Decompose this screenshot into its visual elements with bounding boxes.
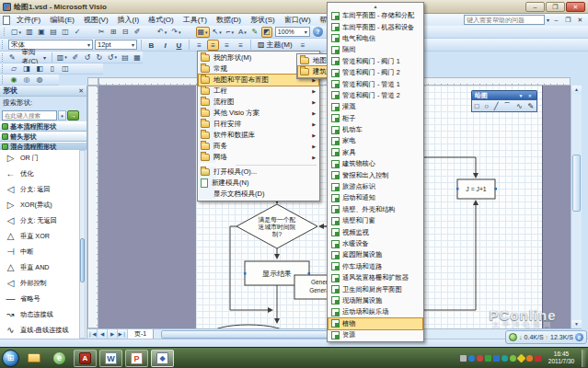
next-page-button[interactable]: ▶	[108, 329, 118, 339]
toolbar-button[interactable]: ↷	[169, 27, 182, 38]
toolbar-button[interactable]: A	[236, 27, 248, 38]
drawing-tool-icon[interactable]: ∿	[516, 102, 523, 110]
stencil-menu-item[interactable]: 管道和阀门 - 阀门 1	[329, 56, 422, 67]
toolbar-button[interactable]	[184, 27, 195, 38]
minimize-button[interactable]: –	[525, 2, 545, 12]
close-button[interactable]: ✕	[566, 2, 585, 12]
menu-item[interactable]: 显示文档模具(D) ▶	[199, 189, 318, 200]
page-tab[interactable]: 页-1	[128, 329, 154, 339]
menu-bar-item[interactable]: 数据(D)	[212, 14, 246, 26]
toolbar-grip[interactable]	[4, 28, 6, 36]
stencil-menu-item[interactable]: 灌溉	[329, 101, 422, 112]
shape-list-item[interactable]: ⊣ 中断	[0, 244, 86, 259]
menu-bar-item[interactable]: 窗口(W)	[280, 14, 316, 26]
stencil-menu-item[interactable]: 家电	[329, 135, 422, 146]
menu-bar-item[interactable]: 形状(S)	[246, 14, 280, 26]
stencil-menu-item[interactable]: 车间平面图 - 机器和设备	[329, 21, 422, 32]
search-go-button[interactable]: →	[67, 110, 79, 121]
stencil-menu-item[interactable]: 植物	[329, 318, 422, 329]
bold-button[interactable]: B	[145, 40, 157, 51]
close-icon[interactable]: ✕	[528, 93, 534, 98]
stencil-menu-item[interactable]: 隔间	[329, 44, 422, 55]
tray-icon[interactable]	[468, 355, 475, 362]
tray-icon[interactable]	[485, 355, 491, 362]
stencil-menu-item[interactable]: 卫生间和厨房平面图	[329, 283, 422, 294]
shape-list-item[interactable]: ◁ 外部控制	[0, 275, 86, 291]
tray-icon[interactable]	[517, 353, 526, 362]
taskbar-app-button[interactable]: P	[125, 350, 148, 367]
first-page-button[interactable]: ❘◀	[87, 329, 98, 339]
theme-button[interactable]: ▨ 主题(M)	[255, 40, 295, 51]
toolbar-button[interactable]: ◉	[8, 75, 19, 86]
stencil-tab[interactable]: 基本流程图形状	[0, 121, 86, 132]
toolbar-button[interactable]	[144, 27, 155, 38]
previous-page-button[interactable]: ◀	[98, 329, 108, 339]
drawing-tool-icon[interactable]: □	[475, 102, 479, 110]
doc-close-button[interactable]: ✕	[575, 15, 585, 25]
toolbar-grip[interactable]	[2, 40, 5, 49]
zoom-level-select[interactable]: 100% ▾	[275, 27, 310, 37]
stencil-menu-item[interactable]: 柜子	[329, 113, 422, 124]
stencil-menu-item[interactable]: 墙壁、外壳和结构	[329, 204, 422, 215]
tray-icon[interactable]	[460, 355, 467, 362]
menu-item[interactable]: 商务 ▶	[199, 141, 318, 152]
toolbar-button[interactable]: ▣	[36, 27, 47, 38]
toolbar-button[interactable]: ◩	[261, 27, 272, 38]
menu-bar-item[interactable]: 文件(F)	[12, 14, 45, 26]
menu-bar-item[interactable]: 视图(V)	[79, 14, 113, 26]
menu-item[interactable]: 新建模具(N) ▶	[199, 178, 318, 189]
drawing-tool-icon[interactable]: ✎	[527, 102, 534, 110]
shape-list-item[interactable]: ▷ OR 门	[0, 150, 86, 166]
menu-bar-item[interactable]: 插入(I)	[113, 14, 144, 26]
shape-list-item[interactable]: ◁ 分支: 返回	[0, 181, 86, 197]
stencil-menu-item[interactable]: 车间平面图 - 存储和分配	[329, 10, 422, 21]
toolbar-button[interactable]: ◧	[34, 63, 45, 75]
toolbar-button[interactable]: ▤	[120, 52, 131, 63]
stencil-menu-item[interactable]: 庭园附属设施	[329, 249, 422, 260]
menu-item[interactable]: 流程图 ▶	[199, 97, 318, 108]
toolbar-button[interactable]: ◫	[60, 27, 71, 38]
stencil-menu-item[interactable]: 机动车	[329, 124, 422, 135]
vertical-scrollbar[interactable]: ▲ ▼	[571, 86, 582, 328]
chevron-down-icon[interactable]: ▼	[518, 93, 525, 98]
stencil-menu-item[interactable]: 水暖设备	[329, 238, 422, 249]
scroll-down-icon[interactable]: ▼	[571, 320, 582, 328]
toolbar-button[interactable]: ↖	[211, 27, 224, 38]
help-icon[interactable]: ?	[313, 27, 323, 37]
drawing-tool-icon[interactable]: ⌒	[503, 101, 511, 111]
taskbar-app-button[interactable]: e	[48, 350, 71, 367]
menu-item[interactable]: 网络 ▶	[199, 152, 318, 163]
tray-icon[interactable]	[510, 355, 516, 362]
tray-icon[interactable]	[535, 355, 541, 362]
font-size-select[interactable]: 12pt ▾	[95, 40, 137, 50]
stencil-menu-item[interactable]: 停车场和道路	[329, 261, 422, 272]
underline-button[interactable]: U	[173, 40, 185, 51]
stencil-menu-item[interactable]: 现场附属设施	[329, 295, 422, 306]
align-center-button[interactable]: ≡	[207, 40, 219, 51]
shape-search-input[interactable]	[2, 110, 57, 121]
tray-icon[interactable]	[493, 355, 500, 362]
show-desktop-button[interactable]	[582, 350, 586, 367]
align-justify-button[interactable]: ≡	[235, 40, 247, 51]
menu-bar-item[interactable]: 编辑(E)	[45, 14, 79, 26]
taskbar-clock[interactable]: 16:45 2011/7/30	[543, 351, 580, 365]
menu-item[interactable]: 软件和数据库 ▶	[199, 130, 318, 141]
toolbar-button[interactable]: ✓	[72, 27, 83, 38]
drawing-tool-icon[interactable]: ○	[484, 102, 489, 110]
stencil-menu-item[interactable]: 管道和阀门 - 阀门 2	[329, 67, 422, 78]
doc-restore-button[interactable]: ❐	[563, 15, 573, 25]
toolbar-button[interactable]: ▯	[47, 63, 58, 75]
toolbar-button[interactable]: ↺	[82, 52, 93, 63]
align-left-button[interactable]: ≡	[193, 40, 205, 51]
shape-list-item[interactable]: ↝ 动态连接线	[0, 306, 86, 322]
menu-item[interactable]: 工程 ▶	[199, 86, 318, 97]
shape-list-scrollbar[interactable]	[79, 150, 86, 339]
toolbar-button[interactable]: ✂	[96, 27, 107, 38]
stencil-menu-item[interactable]: 建筑物核心	[329, 158, 422, 169]
align-right-button[interactable]: ≡	[221, 40, 233, 51]
taskbar-app-button[interactable]: W	[99, 350, 122, 367]
toolbar-grip[interactable]	[2, 53, 4, 62]
toolbar-button[interactable]: ⌐	[225, 27, 236, 38]
taskbar-app-button[interactable]	[22, 350, 45, 367]
reviewers-button[interactable]: 审阅者(C) ▾	[18, 52, 49, 63]
